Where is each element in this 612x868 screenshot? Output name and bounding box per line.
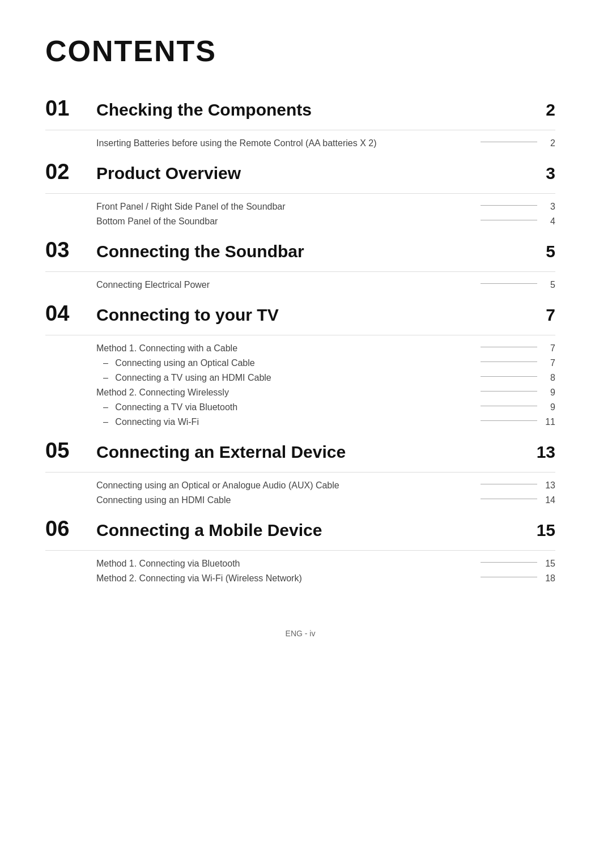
list-item: Method 1. Connecting via Bluetooth15	[96, 559, 555, 569]
entry-page-number: 7	[544, 343, 555, 354]
entry-dots	[481, 484, 537, 484]
entry-dots	[481, 406, 537, 406]
entry-page-number: 9	[544, 402, 555, 412]
list-item: Bottom Panel of the Soundbar4	[96, 216, 555, 227]
section-header-06: 06Connecting a Mobile Device15	[45, 517, 555, 541]
list-item: Method 2. Connecting via Wi-Fi (Wireless…	[96, 573, 555, 584]
entry-page-number: 8	[544, 373, 555, 383]
section-number-01: 01	[45, 96, 96, 121]
entry-dots	[481, 347, 537, 347]
list-item: Method 1. Connecting with a Cable7	[96, 343, 555, 354]
entry-text: Method 2. Connecting Wirelessly	[96, 388, 474, 398]
entry-page-number: 4	[544, 216, 555, 227]
entry-dots	[481, 142, 537, 142]
section-header-04: 04Connecting to your TV7	[45, 301, 555, 326]
entry-page-number: 5	[544, 280, 555, 290]
page-title: CONTENTS	[45, 34, 555, 68]
entry-dots	[481, 283, 537, 284]
entry-dots	[481, 420, 537, 421]
section-page-01: 2	[533, 100, 555, 120]
toc-entries-03: Connecting Electrical Power5	[45, 280, 555, 290]
section-page-04: 7	[533, 305, 555, 325]
section-header-01: 01Checking the Components2	[45, 96, 555, 121]
toc-container: 01Checking the Components2Inserting Batt…	[45, 96, 555, 584]
section-title-04: Connecting to your TV	[96, 305, 533, 325]
section-page-02: 3	[533, 164, 555, 183]
entry-page-number: 9	[544, 388, 555, 398]
entry-text: Bottom Panel of the Soundbar	[96, 216, 474, 227]
section-number-02: 02	[45, 160, 96, 184]
toc-section-05: 05Connecting an External Device13Connect…	[45, 439, 555, 505]
section-header-02: 02Product Overview3	[45, 160, 555, 184]
entry-page-number: 7	[544, 358, 555, 368]
toc-entries-06: Method 1. Connecting via Bluetooth15Meth…	[45, 559, 555, 584]
entry-text: Front Panel / Right Side Panel of the So…	[96, 202, 474, 212]
toc-section-06: 06Connecting a Mobile Device15Method 1. …	[45, 517, 555, 584]
section-title-05: Connecting an External Device	[96, 442, 533, 462]
section-page-03: 5	[533, 242, 555, 261]
entry-text: Method 1. Connecting with a Cable	[96, 343, 474, 354]
entry-dots	[481, 361, 537, 362]
entry-dots	[481, 205, 537, 206]
section-header-05: 05Connecting an External Device13	[45, 439, 555, 463]
list-item: – Connecting a TV via Bluetooth9	[96, 402, 555, 412]
section-page-05: 13	[533, 442, 555, 462]
list-item: Connecting Electrical Power5	[96, 280, 555, 290]
entry-dash-icon: –	[103, 373, 110, 382]
entry-text: – Connecting using an Optical Cable	[96, 358, 474, 368]
entry-page-number: 13	[544, 480, 555, 491]
toc-section-02: 02Product Overview3Front Panel / Right S…	[45, 160, 555, 227]
entry-page-number: 18	[544, 573, 555, 584]
section-number-05: 05	[45, 439, 96, 463]
entry-dash-icon: –	[103, 358, 110, 368]
entry-text: – Connecting a TV via Bluetooth	[96, 402, 474, 412]
entry-text: Connecting Electrical Power	[96, 280, 474, 290]
footer: ENG - iv	[45, 629, 555, 638]
section-title-03: Connecting the Soundbar	[96, 242, 533, 261]
entry-dots	[481, 499, 537, 499]
toc-entries-05: Connecting using an Optical or Analogue …	[45, 480, 555, 505]
list-item: Inserting Batteries before using the Rem…	[96, 138, 555, 148]
entry-page-number: 15	[544, 559, 555, 569]
entry-dots	[481, 577, 537, 577]
entry-text: Inserting Batteries before using the Rem…	[96, 138, 474, 148]
entry-page-number: 11	[544, 417, 555, 427]
entry-text: Connecting using an Optical or Analogue …	[96, 480, 474, 491]
entry-text: – Connecting a TV using an HDMI Cable	[96, 373, 474, 383]
list-item: Front Panel / Right Side Panel of the So…	[96, 202, 555, 212]
section-title-06: Connecting a Mobile Device	[96, 521, 533, 540]
entry-dots	[481, 562, 537, 563]
toc-entries-02: Front Panel / Right Side Panel of the So…	[45, 202, 555, 227]
toc-section-04: 04Connecting to your TV7Method 1. Connec…	[45, 301, 555, 427]
entry-dash-icon: –	[103, 402, 110, 412]
entry-page-number: 2	[544, 138, 555, 148]
section-title-02: Product Overview	[96, 164, 533, 183]
entry-dots	[481, 391, 537, 392]
entry-dash-icon: –	[103, 417, 110, 427]
toc-section-01: 01Checking the Components2Inserting Batt…	[45, 96, 555, 148]
entry-text: – Connecting via Wi-Fi	[96, 417, 474, 427]
toc-entries-04: Method 1. Connecting with a Cable7– Conn…	[45, 343, 555, 427]
entry-dots	[481, 220, 537, 220]
list-item: Connecting using an HDMI Cable14	[96, 495, 555, 505]
entry-page-number: 3	[544, 202, 555, 212]
entry-text: Method 2. Connecting via Wi-Fi (Wireless…	[96, 573, 474, 584]
section-page-06: 15	[533, 521, 555, 540]
toc-section-03: 03Connecting the Soundbar5Connecting Ele…	[45, 238, 555, 290]
section-header-03: 03Connecting the Soundbar5	[45, 238, 555, 262]
list-item: – Connecting using an Optical Cable7	[96, 358, 555, 368]
list-item: – Connecting via Wi-Fi11	[96, 417, 555, 427]
section-number-04: 04	[45, 301, 96, 326]
section-title-01: Checking the Components	[96, 100, 533, 120]
entry-text: Connecting using an HDMI Cable	[96, 495, 474, 505]
toc-entries-01: Inserting Batteries before using the Rem…	[45, 138, 555, 148]
entry-dots	[481, 376, 537, 377]
list-item: – Connecting a TV using an HDMI Cable8	[96, 373, 555, 383]
list-item: Method 2. Connecting Wirelessly9	[96, 388, 555, 398]
entry-page-number: 14	[544, 495, 555, 505]
list-item: Connecting using an Optical or Analogue …	[96, 480, 555, 491]
entry-text: Method 1. Connecting via Bluetooth	[96, 559, 474, 569]
section-number-03: 03	[45, 238, 96, 262]
section-number-06: 06	[45, 517, 96, 541]
